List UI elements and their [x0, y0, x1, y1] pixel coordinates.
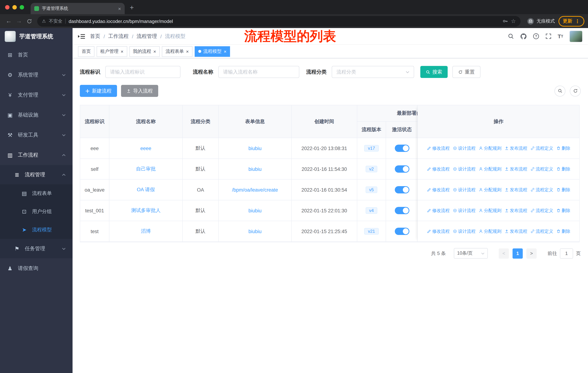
- process-name-link[interactable]: OA 请假: [137, 186, 155, 193]
- tag-home[interactable]: 首页: [78, 46, 94, 57]
- form-link[interactable]: biubiu: [248, 146, 262, 151]
- help-icon[interactable]: ?: [533, 33, 539, 39]
- github-icon[interactable]: [520, 33, 526, 40]
- action-definition[interactable]: 流程定义: [530, 145, 553, 151]
- next-page-button[interactable]: >: [526, 248, 537, 258]
- form-link[interactable]: /bpm/oa/leave/create: [232, 187, 278, 192]
- active-toggle[interactable]: [395, 186, 409, 193]
- browser-menu-icon[interactable]: ⋮: [575, 18, 580, 24]
- font-size-icon[interactable]: TT: [557, 33, 563, 39]
- active-toggle[interactable]: [395, 207, 409, 214]
- not-secure-warning-icon[interactable]: ⚠: [42, 19, 46, 24]
- action-delete[interactable]: 删除: [556, 166, 570, 172]
- action-delete[interactable]: 删除: [556, 207, 570, 214]
- action-definition[interactable]: 流程定义: [530, 187, 553, 193]
- action-publish[interactable]: 发布流程: [504, 228, 527, 234]
- search-button[interactable]: 搜索: [420, 66, 448, 78]
- breadcrumb-workflow[interactable]: 工作流程: [108, 33, 129, 40]
- password-key-icon[interactable]: [502, 18, 508, 24]
- process-name-link[interactable]: 自己审批: [136, 166, 156, 172]
- not-secure-label[interactable]: 不安全: [49, 18, 63, 24]
- sidebar-item-infrastructure[interactable]: ▣ 基础设施: [0, 105, 73, 125]
- action-publish[interactable]: 发布流程: [504, 166, 527, 172]
- action-definition[interactable]: 流程定义: [530, 207, 553, 214]
- app-logo[interactable]: 芋道管理系统: [0, 28, 73, 45]
- action-definition[interactable]: 流程定义: [530, 166, 553, 172]
- close-icon[interactable]: ×: [121, 49, 123, 54]
- url-text[interactable]: dashboard.yudao.iocoder.cn/bpm/manager/m…: [69, 18, 499, 24]
- import-process-button[interactable]: 导入流程: [121, 85, 158, 97]
- form-link[interactable]: biubiu: [248, 229, 262, 234]
- current-page-button[interactable]: 1: [513, 248, 523, 258]
- action-assign-rule[interactable]: 分配规则: [478, 207, 501, 214]
- action-edit[interactable]: 修改流程: [427, 207, 450, 214]
- close-icon[interactable]: ×: [224, 49, 227, 54]
- close-window-button[interactable]: [5, 5, 10, 10]
- sidebar-item-process-form[interactable]: ▤ 流程表单: [0, 184, 73, 202]
- process-name-link[interactable]: 测试多审批人: [131, 207, 161, 214]
- action-edit[interactable]: 修改流程: [427, 145, 450, 151]
- process-key-input[interactable]: [105, 66, 180, 78]
- tag-my-process[interactable]: 我的流程 ×: [129, 46, 160, 57]
- address-bar[interactable]: ⚠ 不安全 dashboard.yudao.iocoder.cn/bpm/man…: [37, 16, 521, 26]
- page-size-select[interactable]: 10条/页: [454, 248, 488, 259]
- action-publish[interactable]: 发布流程: [504, 207, 527, 214]
- sidebar-item-workflow[interactable]: ▥ 工作流程: [0, 145, 73, 165]
- breadcrumb-home[interactable]: 首页: [90, 33, 100, 40]
- tab-close-icon[interactable]: ×: [118, 6, 121, 11]
- tag-process-form[interactable]: 流程表单 ×: [162, 46, 192, 57]
- bookmark-star-icon[interactable]: ☆: [511, 18, 516, 24]
- minimize-window-button[interactable]: [12, 5, 17, 10]
- goto-page-input[interactable]: [560, 248, 573, 258]
- form-link[interactable]: biubiu: [248, 166, 262, 172]
- user-avatar[interactable]: [569, 30, 583, 42]
- action-delete[interactable]: 删除: [556, 145, 570, 151]
- back-icon[interactable]: ←: [4, 16, 14, 26]
- create-process-button[interactable]: 新建流程: [80, 85, 117, 97]
- active-toggle[interactable]: [395, 145, 409, 152]
- sidebar-item-dev-tools[interactable]: ⚒ 研发工具: [0, 125, 73, 145]
- action-assign-rule[interactable]: 分配规则: [478, 187, 501, 193]
- new-tab-button[interactable]: +: [130, 4, 134, 12]
- sidebar-item-home[interactable]: ⊞ 首页: [0, 45, 73, 65]
- sidebar-item-process-management[interactable]: ≣ 流程管理: [0, 165, 73, 184]
- sidebar-item-user-group[interactable]: ⊡ 用户分组: [0, 202, 73, 221]
- action-edit[interactable]: 修改流程: [427, 228, 450, 234]
- sidebar-item-process-model[interactable]: ➤ 流程模型: [0, 221, 73, 239]
- action-publish[interactable]: 发布流程: [504, 187, 527, 193]
- active-toggle[interactable]: [395, 165, 409, 173]
- action-publish[interactable]: 发布流程: [504, 145, 527, 151]
- tag-tenant-management[interactable]: 租户管理 ×: [97, 46, 127, 57]
- zoom-window-button[interactable]: [20, 5, 24, 10]
- action-design[interactable]: 设计流程: [452, 145, 475, 151]
- search-icon[interactable]: [508, 33, 514, 39]
- close-icon[interactable]: ×: [186, 49, 189, 54]
- active-toggle[interactable]: [395, 228, 409, 235]
- breadcrumb-process-management[interactable]: 流程管理: [137, 33, 157, 40]
- close-icon[interactable]: ×: [153, 49, 156, 54]
- chrome-update-button[interactable]: 更新 ⋮: [558, 16, 584, 26]
- fullscreen-icon[interactable]: [545, 33, 551, 39]
- action-design[interactable]: 设计流程: [452, 187, 475, 193]
- action-design[interactable]: 设计流程: [452, 228, 475, 234]
- show-search-icon[interactable]: [555, 85, 565, 96]
- process-name-link[interactable]: 滔博: [141, 228, 151, 235]
- forward-icon[interactable]: →: [14, 16, 24, 26]
- action-assign-rule[interactable]: 分配规则: [478, 145, 501, 151]
- action-definition[interactable]: 流程定义: [530, 228, 553, 234]
- action-delete[interactable]: 删除: [556, 228, 570, 234]
- refresh-table-icon[interactable]: [570, 85, 581, 96]
- action-assign-rule[interactable]: 分配规则: [478, 166, 501, 172]
- sidebar-item-leave-query[interactable]: ♟ 请假查询: [0, 258, 73, 278]
- category-select[interactable]: 流程分类: [332, 66, 414, 78]
- sidebar-toggle-icon[interactable]: [78, 33, 85, 39]
- reload-icon[interactable]: [24, 16, 34, 26]
- action-design[interactable]: 设计流程: [452, 166, 475, 172]
- action-delete[interactable]: 删除: [556, 187, 570, 193]
- action-assign-rule[interactable]: 分配规则: [478, 228, 501, 234]
- tag-process-model[interactable]: 流程模型 ×: [195, 46, 230, 57]
- sidebar-item-system-management[interactable]: ⚙ 系统管理: [0, 65, 73, 85]
- action-edit[interactable]: 修改流程: [427, 187, 450, 193]
- action-design[interactable]: 设计流程: [452, 207, 475, 214]
- prev-page-button[interactable]: <: [499, 248, 509, 258]
